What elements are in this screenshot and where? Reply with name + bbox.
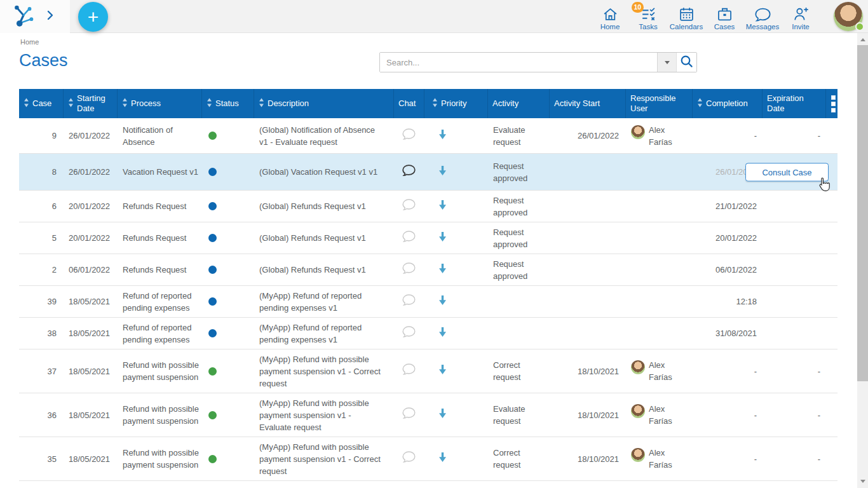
column-header-chat[interactable]: Chat — [394, 89, 424, 118]
search-group — [379, 52, 697, 72]
kebab-menu-icon — [831, 95, 836, 112]
cell-description: (MyApp) Refund of reported pending expen… — [254, 318, 394, 349]
calendar-icon — [679, 6, 695, 22]
column-header-description[interactable]: Description — [254, 89, 394, 118]
column-header-responsible_user[interactable]: Responsible User — [626, 89, 693, 118]
column-header-activity_start[interactable]: Activity Start — [550, 89, 626, 118]
chat-bubble-icon[interactable] — [402, 407, 416, 423]
responsible-user: Alex Farías — [631, 403, 679, 427]
column-header-completion[interactable]: Completion — [693, 89, 763, 118]
cell-starting_date: 18/05/2021 — [64, 286, 118, 317]
nav-item-calendars[interactable]: Calendars — [667, 0, 705, 33]
chat-bubble-icon[interactable] — [402, 262, 416, 278]
nav-label-cases: Cases — [714, 23, 735, 30]
column-menu-button[interactable] — [826, 89, 837, 118]
user-avatar[interactable] — [834, 2, 863, 31]
page-title: Cases — [19, 51, 68, 71]
table-row[interactable]: Register of(MyApp) Register for Withdraw… — [19, 481, 837, 488]
cell-menu — [826, 349, 837, 393]
cell-activity_start — [550, 154, 626, 190]
table-row[interactable]: 3518/05/2021Refund with possible payment… — [19, 437, 837, 481]
user-avatar-small — [631, 125, 645, 139]
table-row[interactable]: 826/01/2022Vacation Request v1(Global) V… — [19, 154, 837, 191]
cell-expiration: - — [763, 393, 826, 437]
cell-activity: Correct request — [488, 437, 550, 480]
cell-responsible_user: Alex Farías — [626, 349, 693, 393]
case-description: (MyApp) Register for Withdrawal — [259, 485, 379, 488]
column-header-case[interactable]: Case — [19, 89, 64, 118]
cell-starting_date: 18/05/2021 — [64, 437, 118, 480]
nav-item-invite[interactable]: Invite — [782, 0, 820, 33]
activity-name: Evaluate request — [493, 403, 547, 427]
cell-priority — [424, 481, 488, 488]
nav-item-tasks[interactable]: 10 Tasks — [629, 0, 667, 33]
chat-bubble-icon[interactable] — [402, 451, 416, 466]
cell-case: 8 — [19, 154, 64, 190]
column-header-starting_date[interactable]: Starting Date — [64, 89, 118, 118]
column-header-expiration[interactable]: Expiration Date — [763, 89, 826, 118]
cell-responsible_user — [626, 254, 693, 285]
case-description: (MyApp) Refund of reported pending expen… — [259, 290, 381, 314]
case-description: (Global) Notification of Absence v1 - Ev… — [259, 124, 381, 148]
table-row[interactable]: 3718/05/2021Refund with possible payment… — [19, 349, 837, 393]
app-logo-icon[interactable] — [9, 3, 37, 30]
chat-bubble-icon[interactable] — [402, 199, 416, 214]
column-header-activity[interactable]: Activity — [488, 89, 550, 118]
cell-completion: 31/08/2021 — [693, 318, 763, 349]
chat-bubble-icon[interactable] — [402, 294, 416, 309]
column-header-priority[interactable]: Priority — [424, 89, 488, 118]
cell-case: 35 — [19, 437, 64, 480]
search-options-dropdown[interactable] — [657, 53, 676, 72]
nav-item-home[interactable]: Home — [591, 0, 629, 33]
scrollbar-thumb[interactable] — [857, 45, 868, 381]
scroll-up-button[interactable] — [857, 34, 868, 45]
table-row[interactable]: 620/01/2022Refunds Request(Global) Refun… — [19, 191, 837, 222]
cell-case: 2 — [19, 254, 64, 285]
tasks-icon: 10 — [641, 6, 656, 22]
priority-down-arrow-icon — [439, 452, 446, 465]
column-header-process[interactable]: Process — [118, 89, 202, 118]
nav-item-messages[interactable]: Messages — [743, 0, 782, 33]
search-button[interactable] — [676, 53, 696, 72]
priority-down-arrow-icon — [439, 166, 446, 179]
cell-case: 6 — [19, 191, 64, 222]
new-case-fab-button[interactable]: + — [78, 2, 108, 32]
online-status-dot — [855, 22, 864, 31]
scroll-down-button[interactable] — [857, 476, 868, 487]
column-header-status[interactable]: Status — [202, 89, 254, 118]
chat-bubble-icon[interactable] — [402, 128, 416, 144]
chat-bubble-icon[interactable] — [402, 165, 416, 180]
sidebar-expand-chevron-icon[interactable] — [47, 10, 53, 23]
breadcrumb[interactable]: Home — [20, 38, 39, 46]
chat-bubble-icon[interactable] — [402, 231, 416, 246]
cell-activity: Request approved — [488, 222, 550, 254]
vertical-scrollbar[interactable] — [857, 33, 868, 488]
table-row[interactable]: 3618/05/2021Refund with possible payment… — [19, 393, 837, 437]
cell-completion: - — [693, 349, 763, 393]
activity-name: Request approved — [493, 160, 547, 184]
cell-case: 36 — [19, 393, 64, 437]
consult-case-button[interactable]: Consult Case — [745, 163, 829, 181]
cell-activity: Request approved — [488, 191, 550, 222]
table-row[interactable]: 3918/05/2021Refund of reported pending e… — [19, 286, 837, 318]
cell-starting_date: 18/05/2021 — [64, 349, 118, 393]
user-name: Alex Farías — [649, 447, 679, 471]
table-row[interactable]: 3818/05/2021Refund of reported pending e… — [19, 318, 837, 349]
nav-item-cases[interactable]: Cases — [705, 0, 743, 33]
cell-activity_start: 18/10/2021 — [550, 349, 626, 393]
triangle-down-icon — [860, 480, 865, 483]
table-row[interactable]: 520/01/2022Refunds Request(Global) Refun… — [19, 222, 837, 254]
priority-down-arrow-icon — [439, 327, 446, 340]
table-row[interactable]: 206/01/2022Refunds Request(Global) Refun… — [19, 254, 837, 286]
case-description: (Global) Refunds Request v1 — [259, 200, 366, 212]
search-input[interactable] — [380, 53, 657, 72]
column-label: Activity — [492, 98, 519, 109]
cell-completion: 12:18 — [693, 286, 763, 317]
chat-bubble-icon[interactable] — [402, 326, 416, 341]
user-avatar-small — [631, 448, 645, 462]
process-name: Refunds Request — [123, 232, 186, 244]
status-dot-blue — [208, 266, 217, 274]
cell-description: (Global) Vacation Request v1 v1 — [254, 154, 394, 190]
table-row[interactable]: 926/01/2022Notification of Absence(Globa… — [19, 118, 837, 154]
chat-bubble-icon[interactable] — [402, 363, 416, 379]
